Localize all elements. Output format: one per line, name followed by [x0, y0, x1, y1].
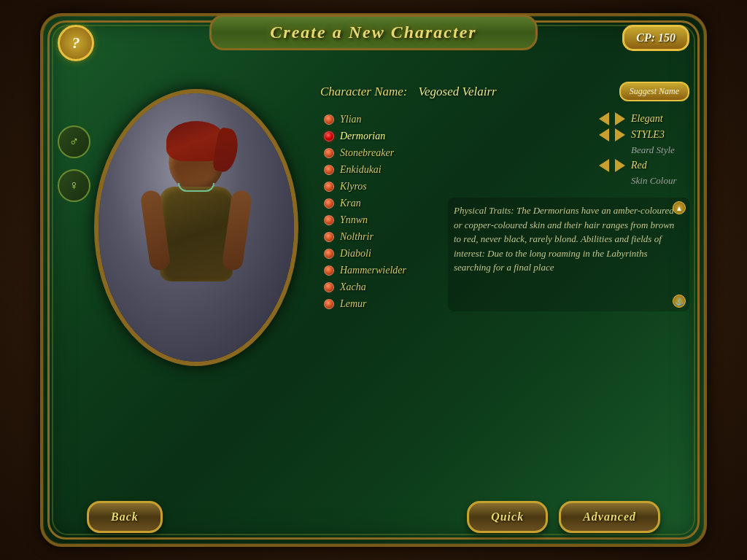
- appearance-label: Skin Colour: [631, 175, 689, 187]
- gender-female-button[interactable]: ♀: [58, 169, 90, 202]
- appearance-row: Red: [448, 159, 689, 172]
- race-dot: [324, 265, 334, 276]
- character-arm-right: [221, 190, 252, 272]
- race-name: Dermorian: [340, 131, 385, 142]
- appearance-row: Skin Colour: [448, 175, 689, 187]
- advanced-button[interactable]: Advanced: [559, 501, 660, 533]
- bottom-right-buttons: Quick Advanced: [467, 501, 660, 533]
- race-name: Diaboli: [340, 248, 371, 260]
- race-item[interactable]: Xacha: [320, 280, 437, 295]
- race-item[interactable]: Ynnwn: [320, 213, 437, 228]
- race-name: Nolthrir: [340, 231, 374, 243]
- description-text: Physical Traits: The Dermorians have an …: [454, 203, 684, 275]
- character-arm-left: [139, 190, 171, 272]
- arrow-right-button[interactable]: [615, 159, 625, 172]
- female-symbol: ♀: [69, 178, 80, 193]
- name-value: Vegosed Velairr: [418, 85, 496, 99]
- arrow-right-button[interactable]: [615, 128, 625, 141]
- gender-selector: ♂ ♀: [58, 125, 90, 202]
- scroll-up-button[interactable]: ▲: [673, 201, 686, 214]
- race-dot: [324, 232, 334, 242]
- quick-button[interactable]: Quick: [467, 501, 548, 533]
- main-panel: Create a New Character ? CP: 150 ♂ ♀: [40, 13, 707, 547]
- race-item[interactable]: Stonebreaker: [320, 146, 437, 160]
- character-hair: [166, 121, 226, 161]
- arrow-left-button[interactable]: [599, 112, 609, 125]
- race-dot: [324, 299, 334, 309]
- race-item[interactable]: Nolthrir: [320, 230, 437, 244]
- cp-value: CP: 150: [636, 31, 676, 44]
- race-dot: [324, 282, 334, 292]
- arrow-left-button[interactable]: [599, 128, 609, 141]
- race-name: Ylian: [340, 114, 362, 125]
- title-bar: Create a New Character: [209, 15, 538, 50]
- male-symbol: ♂: [69, 134, 80, 149]
- help-button[interactable]: ?: [58, 25, 94, 61]
- appearance-value: Red: [631, 160, 689, 171]
- cp-display: CP: 150: [622, 25, 689, 51]
- appearance-row: Beard Style: [448, 144, 689, 156]
- appearance-row: STYLE3: [448, 128, 689, 141]
- appearance-value: STYLE3: [631, 129, 689, 141]
- race-name: Hammerwielder: [340, 265, 406, 276]
- character-figure: [123, 114, 269, 362]
- race-name: Kran: [340, 198, 361, 209]
- race-item[interactable]: Enkidukai: [320, 163, 437, 177]
- race-item[interactable]: Diaboli: [320, 246, 437, 261]
- arrow-left-button[interactable]: [599, 159, 609, 172]
- description-box: Physical Traits: The Dermorians have an …: [448, 198, 689, 311]
- help-icon: ?: [72, 34, 80, 52]
- suggest-name-button[interactable]: Suggest Name: [619, 82, 689, 101]
- character-necklace: [178, 183, 214, 192]
- race-item[interactable]: Ylian: [320, 112, 437, 127]
- page-title: Create a New Character: [270, 23, 476, 42]
- race-name: Ynnwn: [340, 214, 368, 226]
- appearance-controls: ElegantSTYLE3Beard StyleRedSkin Colour: [448, 112, 689, 187]
- portrait-inner: [98, 93, 294, 362]
- race-dot: [324, 148, 334, 158]
- race-item[interactable]: Lemur: [320, 297, 437, 311]
- race-item[interactable]: Kran: [320, 196, 437, 211]
- race-dot: [324, 215, 334, 225]
- name-label: Character Name:: [320, 85, 407, 99]
- race-dot: [324, 114, 334, 125]
- race-dot: [324, 198, 334, 209]
- gender-male-button[interactable]: ♂: [58, 125, 90, 158]
- arrow-right-button[interactable]: [615, 112, 625, 125]
- appearance-value: Elegant: [631, 113, 689, 125]
- character-arms: [145, 190, 247, 249]
- back-button[interactable]: Back: [87, 501, 163, 533]
- race-list: YlianDermorianStonebreakerEnkidukaiKlyro…: [320, 112, 437, 311]
- race-dot: [324, 165, 334, 175]
- race-name: Enkidukai: [340, 164, 382, 176]
- character-portrait: [94, 89, 298, 366]
- race-name: Stonebreaker: [340, 147, 394, 159]
- content-area: YlianDermorianStonebreakerEnkidukaiKlyro…: [320, 112, 689, 311]
- appearance-section: ElegantSTYLE3Beard StyleRedSkin Colour P…: [448, 112, 689, 311]
- race-name: Lemur: [340, 298, 367, 310]
- scroll-down-button[interactable]: ⚓: [673, 295, 686, 308]
- appearance-label: Beard Style: [631, 144, 689, 156]
- info-panel: Character Name: Vegosed Velairr Suggest …: [320, 82, 689, 493]
- race-name: Xacha: [340, 281, 366, 293]
- appearance-row: Elegant: [448, 112, 689, 125]
- race-dot: [324, 131, 334, 141]
- race-name: Klyros: [340, 181, 367, 192]
- race-dot: [324, 182, 334, 192]
- bottom-bar: Back Quick Advanced: [43, 501, 704, 533]
- name-section: Character Name: Vegosed Velairr Suggest …: [320, 82, 689, 101]
- race-item[interactable]: Klyros: [320, 179, 437, 194]
- race-dot: [324, 249, 334, 259]
- race-item[interactable]: Dermorian: [320, 129, 437, 144]
- race-item[interactable]: Hammerwielder: [320, 263, 437, 278]
